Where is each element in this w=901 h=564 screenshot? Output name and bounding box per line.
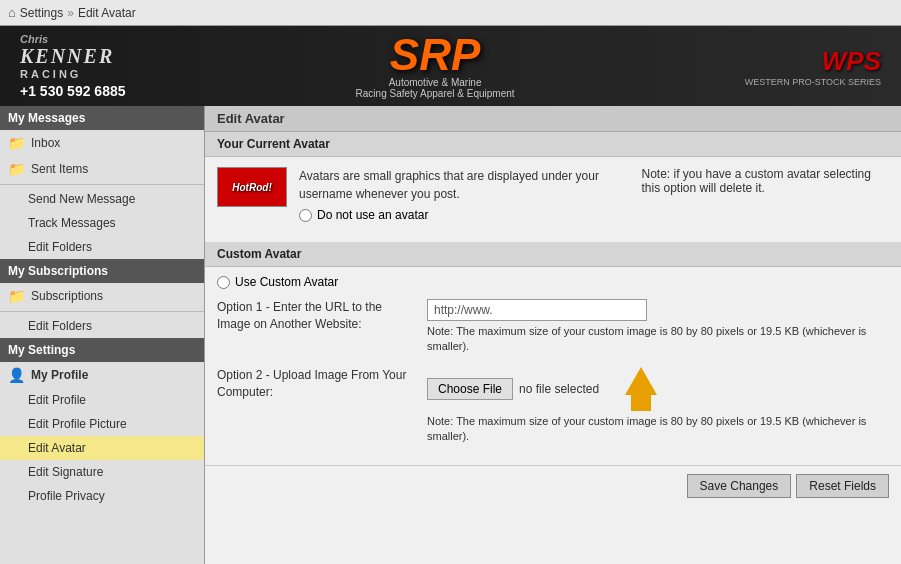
banner-center: SRP Automotive & Marine Racing Safety Ap… [356,33,515,99]
save-changes-button[interactable]: Save Changes [687,474,792,498]
subscriptions-folder-icon: 📁 [8,288,25,304]
sidebar-item-my-profile[interactable]: 👤 My Profile [0,362,204,388]
use-custom-radio[interactable] [217,276,230,289]
option2-note: Note: The maximum size of your custom im… [427,414,889,445]
banner-name-top: Chris [20,33,126,45]
banner-srp-sub1: Automotive & Marine [389,77,482,88]
avatar-logo-text: HotRod! [232,182,271,193]
banner-wps-sub: WESTERN PRO-STOCK SERIES [745,77,881,87]
arrow-indicator [625,367,657,411]
sidebar-section-messages: My Messages [0,106,204,130]
use-custom-label: Use Custom Avatar [235,275,338,289]
banner-left-logo: Chris KENNER RACING +1 530 592 6885 [20,33,126,99]
choose-file-button[interactable]: Choose File [427,378,513,400]
reset-fields-button[interactable]: Reset Fields [796,474,889,498]
url-input[interactable] [427,299,647,321]
banner-wps-logo: WPS [822,46,881,77]
option1-note: Note: The maximum size of your custom im… [427,324,889,355]
sidebar-item-edit-folders-1[interactable]: Edit Folders [0,235,204,259]
sidebar-section-settings: My Settings [0,338,204,362]
sidebar-item-track-messages[interactable]: Track Messages [0,211,204,235]
custom-avatar-body: Use Custom Avatar Option 1 - Enter the U… [205,267,901,465]
breadcrumb-current: Edit Avatar [78,6,136,20]
option2-control: Choose File no file selected Note: The m… [427,367,889,445]
banner: Chris KENNER RACING +1 530 592 6885 SRP … [0,26,901,106]
sidebar-section-subscriptions: My Subscriptions [0,259,204,283]
banner-right: WPS WESTERN PRO-STOCK SERIES [745,46,881,87]
banner-name-main: KENNER [20,45,126,68]
sidebar-item-edit-profile[interactable]: Edit Profile [0,388,204,412]
sidebar-item-edit-avatar[interactable]: Edit Avatar [0,436,204,460]
sent-folder-icon: 📁 [8,161,25,177]
do-not-use-radio[interactable] [299,209,312,222]
sidebar: My Messages 📁 Inbox 📁 Sent Items Send Ne… [0,106,205,564]
banner-phone: +1 530 592 6885 [20,83,126,99]
current-avatar-body: HotRod! Avatars are small graphics that … [205,157,901,242]
banner-racing-label: RACING [20,68,126,80]
nav-settings-link[interactable]: Settings [20,6,63,20]
sidebar-item-subscriptions[interactable]: 📁 Subscriptions [0,283,204,309]
option1-row: Option 1 - Enter the URL to the Image on… [217,299,889,355]
person-icon: 👤 [8,367,25,383]
sidebar-item-edit-signature[interactable]: Edit Signature [0,460,204,484]
banner-srp-logo: SRP [390,33,480,77]
content-footer: Save Changes Reset Fields [205,465,901,506]
option1-control: Note: The maximum size of your custom im… [427,299,889,355]
breadcrumb: ⌂ Settings » Edit Avatar [0,0,901,26]
sidebar-item-send-message[interactable]: Send New Message [0,187,204,211]
sidebar-item-sent[interactable]: 📁 Sent Items [0,156,204,182]
custom-avatar-section-title: Custom Avatar [205,242,901,267]
sidebar-item-edit-folders-2[interactable]: Edit Folders [0,314,204,338]
option2-label: Option 2 - Upload Image From Your Comput… [217,367,427,401]
no-file-label: no file selected [519,382,599,396]
avatar-description: Avatars are small graphics that are disp… [299,167,621,203]
do-not-use-label: Do not use an avatar [317,208,428,222]
breadcrumb-separator: » [67,6,74,20]
sidebar-item-inbox[interactable]: 📁 Inbox [0,130,204,156]
banner-srp-sub2: Racing Safety Apparel & Equipment [356,88,515,99]
avatar-image: HotRod! [217,167,287,207]
option1-label: Option 1 - Enter the URL to the Image on… [217,299,427,333]
current-avatar-section-title: Your Current Avatar [205,132,901,157]
sidebar-item-profile-privacy[interactable]: Profile Privacy [0,484,204,508]
home-icon: ⌂ [8,5,16,20]
folder-icon: 📁 [8,135,25,151]
content-header: Edit Avatar [205,106,901,132]
sidebar-item-edit-profile-picture[interactable]: Edit Profile Picture [0,412,204,436]
avatar-note: Note: if you have a custom avatar select… [641,167,889,222]
option2-row: Option 2 - Upload Image From Your Comput… [217,367,889,445]
content-area: Edit Avatar Your Current Avatar HotRod! … [205,106,901,564]
